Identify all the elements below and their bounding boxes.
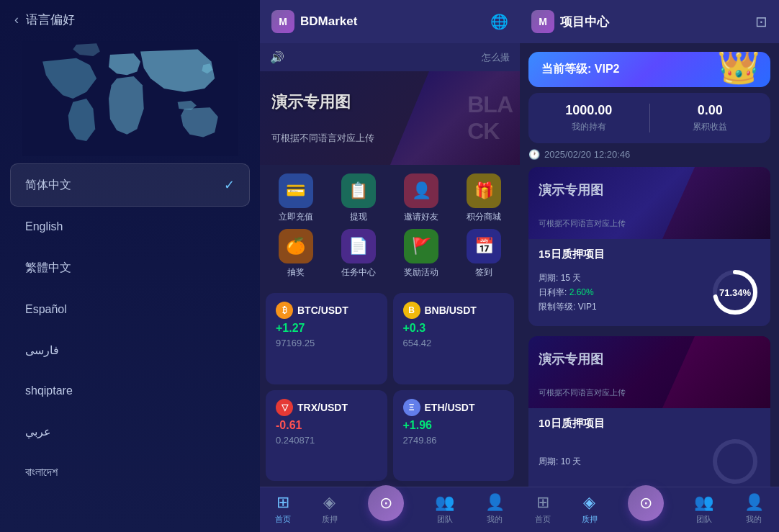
trx-icon: ▽ xyxy=(276,399,293,416)
project-nav-team[interactable]: 👥 团队 xyxy=(694,493,713,525)
project-item-10[interactable]: 演示专用图 可根据不同语言对应上传 10日质押项目 周期: 10 天 xyxy=(528,336,770,487)
project-nav-stake[interactable]: ◈ 质押 xyxy=(582,493,598,525)
rewards-icon: 🚩 xyxy=(404,229,438,263)
market-icon-withdraw[interactable]: 📋 提现 xyxy=(328,173,388,223)
project-15-banner: 演示专用图 可根据不同语言对应上传 xyxy=(528,167,770,239)
btc-change: +1.27 xyxy=(276,322,377,335)
project-15-rate: 日利率: 2.60% xyxy=(539,287,597,299)
shop-label: 积分商城 xyxy=(467,211,501,223)
lang-label-bn: বাংলাদেশ xyxy=(25,466,58,479)
market-bottom-nav: ⊞ 首页 ◈ 质押 ⊙ 👥 团队 👤 我的 xyxy=(260,487,520,532)
market-panel: M BDMarket 🌐 🔊 怎么撮 演示专用图 可根据不同语言对应上传 BLA… xyxy=(260,0,520,532)
project-nav-me[interactable]: 👤 我的 xyxy=(744,493,764,525)
lang-item-zh-tw[interactable]: 繁體中文 xyxy=(10,247,250,289)
market-icon-shop[interactable]: 🎁 积分商城 xyxy=(454,173,514,223)
lang-item-sq[interactable]: shqiptare xyxy=(10,371,250,411)
crown-icon: 👑 xyxy=(717,52,760,86)
world-map-svg xyxy=(22,41,238,156)
stat-cumulative: 0.00 累积收益 xyxy=(650,103,771,133)
home-label: 首页 xyxy=(275,514,291,525)
lang-header: ‹ 语言偏好 xyxy=(0,0,260,34)
lottery-icon: 🍊 xyxy=(279,229,313,263)
market-icon-checkin[interactable]: 📅 签到 xyxy=(454,229,514,279)
market-nav-center[interactable]: ⊙ xyxy=(368,485,404,521)
project-vip-card: 当前等级: VIP2 👑 xyxy=(528,52,770,87)
market-nav-stake[interactable]: ◈ 质押 xyxy=(322,493,338,525)
project-item-15[interactable]: 演示专用图 可根据不同语言对应上传 15日质押项目 周期: 15 天 日利率: … xyxy=(528,167,770,326)
project-me-label: 我的 xyxy=(746,514,762,525)
project-home-label: 首页 xyxy=(535,514,551,525)
globe-icon[interactable]: 🌐 xyxy=(490,13,508,30)
project-10-banner: 演示专用图 可根据不同语言对应上传 xyxy=(528,336,770,408)
project-stake-label: 质押 xyxy=(582,514,598,525)
language-list: 简体中文 ✓ English 繁體中文 Español فارسی shqipt… xyxy=(0,163,260,532)
btc-icon: ₿ xyxy=(276,302,293,319)
project-10-banner-title: 演示专用图 xyxy=(539,351,603,368)
market-icon-invite[interactable]: 👤 邀请好友 xyxy=(392,173,451,223)
market-icon-tasks[interactable]: 📄 任务中心 xyxy=(328,229,388,279)
tasks-label: 任务中心 xyxy=(341,266,376,279)
project-team-label: 团队 xyxy=(696,514,712,525)
project-me-icon: 👤 xyxy=(744,493,764,512)
lang-item-ar[interactable]: عربي xyxy=(10,411,250,452)
lang-item-bn[interactable]: বাংলাদেশ xyxy=(10,452,250,492)
team-icon: 👥 xyxy=(435,493,454,512)
market-icon-rewards[interactable]: 🚩 奖励活动 xyxy=(392,229,451,279)
crypto-bnb[interactable]: B BNB/USDT +0.3 654.42 xyxy=(393,293,515,384)
market-nav-home[interactable]: ⊞ 首页 xyxy=(275,493,291,525)
lang-item-zh-cn[interactable]: 简体中文 ✓ xyxy=(10,163,250,207)
lang-item-en[interactable]: English xyxy=(10,207,250,247)
market-nav-me[interactable]: 👤 我的 xyxy=(485,493,505,525)
lang-label-ar: عربي xyxy=(25,425,51,438)
sound-icon[interactable]: 🔊 xyxy=(270,50,284,64)
project-15-lines: 周期: 15 天 日利率: 2.60% 限制等级: VIP1 xyxy=(539,272,597,313)
bnb-pair: B BNB/USDT xyxy=(403,302,505,319)
project-15-progress: 71.34% xyxy=(710,267,760,317)
project-team-icon: 👥 xyxy=(694,493,713,512)
lang-item-es[interactable]: Español xyxy=(10,289,250,330)
project-scroll[interactable]: 演示专用图 可根据不同语言对应上传 15日质押项目 周期: 15 天 日利率: … xyxy=(520,167,779,487)
trx-change: -0.61 xyxy=(276,419,377,432)
market-crypto-grid: ₿ BTC/USDT +1.27 97169.25 B BNB/USDT +0.… xyxy=(260,287,520,487)
market-title: BDMarket xyxy=(300,14,357,29)
project-15-progress-text: 71.34% xyxy=(719,287,751,298)
market-nav-team[interactable]: 👥 团队 xyxy=(435,493,454,525)
crypto-eth[interactable]: Ξ ETH/USDT +1.96 2749.86 xyxy=(393,390,515,482)
lang-item-fa[interactable]: فارسی xyxy=(10,330,250,371)
team-label: 团队 xyxy=(437,514,453,525)
lang-label-en: English xyxy=(25,220,63,233)
crypto-trx[interactable]: ▽ TRX/USDT -0.61 0.240871 xyxy=(266,390,387,482)
project-header-left: M 项目中心 xyxy=(531,10,609,33)
back-button[interactable]: ‹ xyxy=(14,12,19,27)
market-how-text: 怎么撮 xyxy=(482,51,510,64)
eth-pair: Ξ ETH/USDT xyxy=(403,399,505,416)
project-10-banner-bg xyxy=(662,336,770,408)
project-timestamp: 🕐 2025/02/20 12:20:46 xyxy=(528,149,770,160)
bnb-price: 654.42 xyxy=(403,338,505,348)
lang-panel-title: 语言偏好 xyxy=(26,12,75,28)
stake-icon: ◈ xyxy=(323,493,336,512)
project-10-title: 10日质押项目 xyxy=(539,417,760,430)
market-banner-bg: BLACK xyxy=(390,71,520,165)
lang-label-zh-tw: 繁體中文 xyxy=(25,261,71,276)
tasks-icon: 📄 xyxy=(341,229,376,263)
checkin-label: 签到 xyxy=(475,266,492,279)
eth-icon: Ξ xyxy=(403,399,420,416)
me-icon: 👤 xyxy=(485,493,505,512)
center-icon: ⊙ xyxy=(379,494,392,513)
home-icon: ⊞ xyxy=(276,493,289,512)
project-bottom-nav: ⊞ 首页 ◈ 质押 ⊙ 👥 团队 👤 我的 xyxy=(520,487,779,532)
project-10-info: 10日质押项目 周期: 10 天 xyxy=(528,408,770,487)
project-nav-home[interactable]: ⊞ 首页 xyxy=(535,493,551,525)
crypto-btc[interactable]: ₿ BTC/USDT +1.27 97169.25 xyxy=(266,293,387,384)
project-nav-center[interactable]: ⊙ xyxy=(628,485,664,521)
project-10-lines: 周期: 10 天 xyxy=(539,456,581,468)
scan-icon[interactable]: ⊡ xyxy=(755,13,767,30)
market-icon-lottery[interactable]: 🍊 抽奖 xyxy=(266,229,325,279)
market-icon-recharge[interactable]: 💳 立即充值 xyxy=(266,173,325,223)
vip-badge-text: 当前等级: VIP2 xyxy=(541,62,619,77)
holdings-label: 我的持有 xyxy=(572,121,606,133)
trx-pair: ▽ TRX/USDT xyxy=(276,399,377,416)
rewards-label: 奖励活动 xyxy=(404,266,438,279)
project-15-banner-title: 演示专用图 xyxy=(539,181,603,199)
